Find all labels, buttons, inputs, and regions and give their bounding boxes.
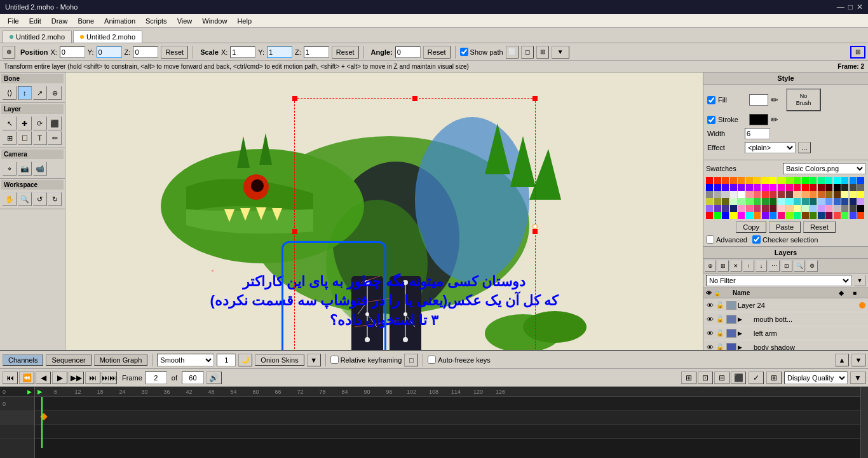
color-cell[interactable]: [825, 205, 832, 212]
color-cell[interactable]: [818, 191, 825, 198]
color-cell[interactable]: [810, 191, 817, 198]
eye-icon-leftarm[interactable]: 👁: [705, 328, 715, 338]
layers-tool-3[interactable]: ✕: [730, 260, 742, 272]
fill-color-box[interactable]: [749, 94, 768, 106]
autofreeze-checkbox[interactable]: [428, 356, 436, 364]
menu-window[interactable]: Window: [197, 16, 232, 26]
color-cell[interactable]: [794, 177, 801, 184]
color-cell[interactable]: [754, 191, 761, 198]
goto-start-button[interactable]: ⏮: [3, 371, 18, 384]
color-cell[interactable]: [857, 205, 864, 212]
track-row-1[interactable]: [35, 397, 860, 411]
layer-item-bodyshadow[interactable]: 👁 🔓 ▶ body shadow: [703, 340, 868, 350]
color-cell[interactable]: [841, 191, 848, 198]
color-cell[interactable]: [714, 177, 721, 184]
color-cell[interactable]: [730, 198, 737, 205]
lock-icon-24[interactable]: 🔓: [715, 300, 725, 310]
color-cell[interactable]: [738, 212, 745, 219]
color-cell[interactable]: [746, 205, 753, 212]
color-cell[interactable]: [834, 191, 841, 198]
tab-motiongraph[interactable]: Motion Graph: [94, 354, 148, 366]
grid-btn[interactable]: ⊞: [766, 371, 782, 384]
sx-input[interactable]: [230, 46, 255, 58]
color-cell[interactable]: [762, 184, 769, 191]
color-cell[interactable]: [722, 212, 729, 219]
color-cell[interactable]: [802, 205, 809, 212]
layer-item-leftarm[interactable]: 👁 🔓 ▶ left arm: [703, 326, 868, 340]
color-cell[interactable]: [706, 177, 713, 184]
color-cell[interactable]: [722, 191, 729, 198]
next-frame-button[interactable]: ▶▶: [69, 371, 84, 384]
color-cell[interactable]: [834, 198, 841, 205]
color-cell[interactable]: [825, 184, 832, 191]
color-cell[interactable]: [730, 191, 737, 198]
close-button[interactable]: ✕: [857, 3, 863, 11]
menu-scripts[interactable]: Scripts: [140, 16, 172, 26]
color-cell[interactable]: [730, 184, 737, 191]
camera-tool-1[interactable]: ⌖: [3, 162, 17, 176]
color-cell[interactable]: [786, 191, 793, 198]
color-cell[interactable]: [857, 191, 864, 198]
relative-kf-icon[interactable]: □: [404, 354, 418, 366]
smooth-select[interactable]: Smooth: [157, 354, 214, 366]
color-cell[interactable]: [794, 198, 801, 205]
paste-button[interactable]: Paste: [769, 221, 801, 233]
color-cell[interactable]: [818, 198, 825, 205]
color-cell[interactable]: [802, 212, 809, 219]
color-cell[interactable]: [818, 184, 825, 191]
minimize-button[interactable]: —: [837, 3, 844, 11]
color-cell[interactable]: [802, 184, 809, 191]
layer-tool-6[interactable]: ☐: [18, 131, 32, 145]
menu-help[interactable]: Help: [232, 16, 257, 26]
path-icon4[interactable]: ▼: [552, 46, 569, 59]
stroke-color-box[interactable]: [749, 114, 768, 125]
autofreeze-label[interactable]: Auto-freeze keys: [428, 356, 491, 364]
blue-border-icon[interactable]: ⊞: [850, 46, 865, 59]
layers-tool-4[interactable]: ↑: [743, 260, 754, 272]
bone-tool-3[interactable]: ↗: [33, 86, 47, 100]
color-cell[interactable]: [722, 184, 729, 191]
relative-kf-checkbox[interactable]: [330, 356, 339, 364]
color-cell[interactable]: [778, 198, 785, 205]
color-cell[interactable]: [722, 198, 729, 205]
eye-icon-24[interactable]: 👁: [705, 300, 715, 310]
color-cell[interactable]: [706, 212, 713, 219]
camera-tool-2[interactable]: 📷: [18, 162, 32, 176]
audio-button[interactable]: 🔊: [207, 371, 222, 384]
color-cell[interactable]: [841, 184, 848, 191]
layer-tool-2[interactable]: ✚: [18, 116, 32, 130]
copy-button[interactable]: Copy: [736, 221, 766, 233]
color-cell[interactable]: [770, 184, 776, 191]
color-cell[interactable]: [834, 184, 841, 191]
prev-key-button[interactable]: ⏪: [19, 371, 34, 384]
layer-tool-4[interactable]: ⬛: [48, 116, 62, 130]
color-cell[interactable]: [841, 212, 848, 219]
color-cell[interactable]: [778, 212, 785, 219]
color-cell[interactable]: [810, 205, 817, 212]
color-cell[interactable]: [746, 184, 753, 191]
color-cell[interactable]: [746, 191, 753, 198]
color-cell[interactable]: [834, 212, 841, 219]
color-cell[interactable]: [794, 212, 801, 219]
no-brush-button[interactable]: NoBrush: [786, 88, 821, 111]
color-cell[interactable]: [802, 191, 809, 198]
tab-untitled1[interactable]: Untitled 2.moho: [3, 31, 72, 43]
bone-tool-1[interactable]: ⟨⟩: [3, 86, 17, 100]
color-cell[interactable]: [794, 184, 801, 191]
color-cell[interactable]: [825, 191, 832, 198]
lock-icon-bodyshadow[interactable]: 🔓: [715, 342, 725, 350]
width-input[interactable]: 6: [745, 128, 770, 139]
color-cell[interactable]: [794, 205, 801, 212]
color-cell[interactable]: [714, 205, 721, 212]
color-cell[interactable]: [810, 184, 817, 191]
color-cell[interactable]: [825, 198, 832, 205]
view-btn-4[interactable]: ⬛: [731, 371, 746, 384]
menu-file[interactable]: File: [3, 16, 24, 26]
color-cell[interactable]: [746, 198, 753, 205]
color-cell[interactable]: [818, 212, 825, 219]
reset1-button[interactable]: Reset: [161, 46, 188, 59]
color-cell[interactable]: [786, 198, 793, 205]
next-key-button[interactable]: ⏭: [85, 371, 100, 384]
menu-bone[interactable]: Bone: [72, 16, 99, 26]
color-cell[interactable]: [786, 177, 793, 184]
